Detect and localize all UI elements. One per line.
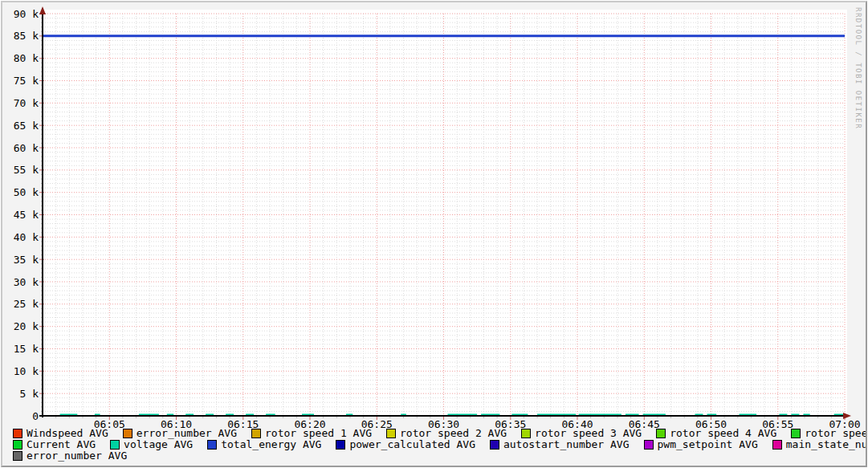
legend-item-total-energy-avg: total_energy AVG	[207, 439, 321, 450]
legend-item-voltage-avg: voltage AVG	[110, 439, 193, 450]
svg-text:0: 0	[32, 410, 39, 422]
legend-swatch-icon	[490, 440, 499, 450]
rrdtool-watermark: RRDTOOL / TOBI OETIKER	[854, 7, 862, 129]
legend-item-windspeed-avg: Windspeed AVG	[13, 428, 108, 439]
legend-label: pwm_setpoint AVG	[658, 439, 758, 450]
graph-frame: 05 k10 k15 k20 k25 k30 k35 k40 k45 k50 k…	[1, 1, 867, 467]
svg-text:35 k: 35 k	[14, 254, 39, 266]
svg-text:60 k: 60 k	[14, 142, 39, 154]
svg-text:45 k: 45 k	[14, 209, 39, 221]
legend-swatch-icon	[772, 440, 782, 450]
svg-text:75 k: 75 k	[14, 75, 39, 87]
svg-text:50 k: 50 k	[14, 186, 39, 198]
legend-item-rotor-speed-4-avg: rotor speed 4 AVG	[656, 428, 776, 439]
legend-label: rotor speed 3 AVG	[535, 428, 642, 439]
legend-label: error_number AVG	[26, 450, 127, 462]
legend-item-rotor-speed-5-avg: rotor speed 5 AVG	[791, 428, 867, 439]
legend-label: rotor speed 4 AVG	[670, 428, 776, 439]
legend-item-current-avg: Current AVG	[13, 439, 96, 450]
legend-row-2: Current AVGvoltage AVGtotal_energy AVGpo…	[13, 439, 867, 450]
svg-text:20 k: 20 k	[14, 320, 39, 332]
legend-swatch-icon	[644, 440, 654, 450]
svg-text:70 k: 70 k	[14, 97, 39, 109]
chart-plot-area: 05 k10 k15 k20 k25 k30 k35 k40 k45 k50 k…	[2, 2, 867, 428]
legend-swatch-icon	[251, 429, 261, 438]
legend-label: Current AVG	[26, 439, 96, 450]
svg-text:40 k: 40 k	[14, 231, 39, 243]
legend-label: total_energy AVG	[221, 439, 321, 450]
svg-text:80 k: 80 k	[14, 52, 39, 64]
svg-text:65 k: 65 k	[14, 120, 39, 132]
svg-text:10 k: 10 k	[14, 365, 39, 377]
svg-text:90 k: 90 k	[14, 8, 39, 20]
legend-label: autostart_number AVG	[503, 439, 630, 450]
chart-svg: 05 k10 k15 k20 k25 k30 k35 k40 k45 k50 k…	[2, 2, 867, 428]
legend-label: error_number AVG	[137, 428, 237, 439]
legend-label: Windspeed AVG	[26, 428, 108, 439]
legend-item-error-number-avg: error_number AVG	[13, 450, 127, 462]
legend-row-3: error_number AVG	[13, 450, 867, 462]
legend-label: main_state_number AVG	[786, 439, 867, 450]
svg-text:5 k: 5 k	[20, 388, 39, 400]
legend-label: rotor speed 1 AVG	[265, 428, 372, 439]
plot-canvas	[43, 10, 847, 416]
legend-label: voltage AVG	[124, 439, 193, 450]
legend-row-1: Windspeed AVGerror_number AVGrotor speed…	[13, 428, 867, 439]
legend-swatch-icon	[336, 440, 345, 450]
svg-text:15 k: 15 k	[14, 343, 39, 355]
legend-item-rotor-speed-2-avg: rotor speed 2 AVG	[386, 428, 507, 439]
legend-swatch-icon	[521, 429, 531, 438]
legend-swatch-icon	[110, 440, 120, 450]
svg-text:30 k: 30 k	[14, 276, 39, 288]
legend-item-pwm-setpoint-avg: pwm_setpoint AVG	[644, 439, 758, 450]
y-axis-labels: 05 k10 k15 k20 k25 k30 k35 k40 k45 k50 k…	[14, 8, 39, 422]
legend-swatch-icon	[13, 451, 22, 461]
legend-swatch-icon	[656, 429, 666, 438]
legend-swatch-icon	[13, 429, 22, 438]
rrdtool-graph-image: 05 k10 k15 k20 k25 k30 k35 k40 k45 k50 k…	[0, 0, 868, 468]
svg-text:85 k: 85 k	[14, 30, 39, 42]
svg-text:25 k: 25 k	[14, 298, 39, 310]
legend-swatch-icon	[207, 440, 217, 450]
legend-label: power_calculated AVG	[349, 439, 475, 450]
legend-swatch-icon	[386, 429, 396, 438]
legend-item-error-number-avg: error_number AVG	[123, 428, 237, 439]
legend-label: rotor speed 5 AVG	[805, 428, 867, 439]
legend-item-main-state-number-avg: main_state_number AVG	[772, 439, 867, 450]
legend-item-rotor-speed-3-avg: rotor speed 3 AVG	[521, 428, 642, 439]
chart-legend: Windspeed AVGerror_number AVGrotor speed…	[13, 428, 867, 462]
svg-text:55 k: 55 k	[14, 164, 39, 176]
legend-swatch-icon	[13, 440, 22, 450]
legend-swatch-icon	[123, 429, 132, 438]
legend-item-autostart-number-avg: autostart_number AVG	[490, 439, 630, 450]
legend-item-power-calculated-avg: power_calculated AVG	[336, 439, 475, 450]
legend-label: rotor speed 2 AVG	[400, 428, 507, 439]
legend-swatch-icon	[791, 429, 801, 438]
legend-item-rotor-speed-1-avg: rotor speed 1 AVG	[251, 428, 372, 439]
